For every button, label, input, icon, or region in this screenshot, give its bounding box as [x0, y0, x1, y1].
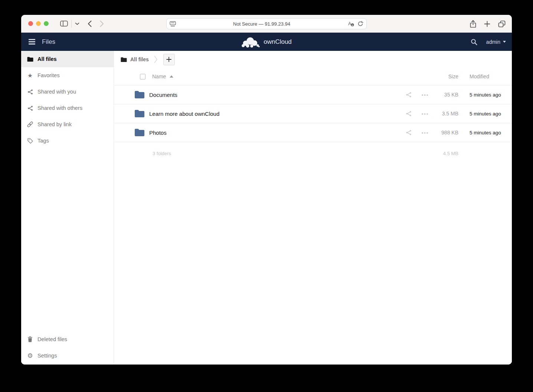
table-row[interactable]: Documents ••• 35 KB 5 minutes ago — [114, 85, 512, 104]
file-name[interactable]: Photos — [149, 130, 400, 136]
link-icon — [27, 121, 33, 127]
svg-text:A: A — [348, 21, 351, 26]
star-icon: ★ — [27, 72, 33, 79]
column-header-size[interactable]: Size — [434, 74, 458, 79]
browser-window: Not Secure — 91.99.23.94 Aa — [21, 15, 512, 365]
sidebar-item-label: Shared with you — [37, 89, 76, 95]
file-name[interactable]: Documents — [149, 92, 400, 98]
sidebar-toggle-icon[interactable] — [60, 20, 68, 27]
folder-icon — [134, 128, 149, 137]
sidebar-item-settings[interactable]: ⚙ Settings — [21, 347, 114, 364]
sidebar-item-tags[interactable]: Tags — [21, 133, 114, 149]
user-menu[interactable]: admin — [486, 39, 506, 45]
svg-text:a: a — [351, 24, 353, 26]
browser-toolbar: Not Secure — 91.99.23.94 Aa — [21, 15, 512, 33]
address-text: Not Secure — 91.99.23.94 — [176, 21, 347, 27]
sidebar-item-deleted-files[interactable]: Deleted files — [21, 331, 114, 347]
sidebar-item-label: Settings — [37, 353, 57, 359]
folder-icon — [27, 57, 33, 62]
user-name: admin — [486, 39, 500, 45]
gear-icon: ⚙ — [27, 352, 33, 359]
sidebar-item-shared-with-you[interactable]: Shared with you — [21, 84, 114, 100]
file-table-header: Name Size Modified — [114, 68, 512, 85]
close-window-button[interactable] — [28, 21, 33, 26]
minimize-window-button[interactable] — [36, 21, 41, 26]
sort-ascending-icon — [170, 75, 173, 78]
folder-icon — [134, 91, 149, 99]
share-page-icon[interactable] — [470, 20, 476, 28]
share-icon[interactable] — [400, 92, 417, 98]
page-format-icon[interactable] — [170, 21, 176, 27]
more-actions-icon[interactable]: ••• — [417, 130, 434, 135]
sidebar-item-label: All files — [37, 56, 57, 62]
app-menu-icon[interactable] — [29, 39, 35, 45]
new-tab-icon[interactable] — [484, 21, 490, 27]
reload-icon[interactable] — [357, 21, 363, 27]
app-title[interactable]: Files — [42, 38, 55, 46]
share-icon — [27, 105, 33, 111]
tab-overview-icon[interactable] — [498, 20, 506, 27]
file-size: 988 KB — [434, 130, 458, 135]
file-size: 3.5 MB — [434, 111, 458, 117]
breadcrumb-label: All files — [130, 56, 149, 62]
search-icon[interactable] — [471, 39, 477, 45]
table-row[interactable]: Photos ••• 988 KB 5 minutes ago — [114, 123, 512, 142]
tag-icon — [27, 138, 33, 144]
back-button[interactable] — [88, 20, 92, 27]
sidebar-item-all-files[interactable]: All files — [21, 51, 114, 67]
file-modified: 5 minutes ago — [470, 130, 503, 135]
column-header-modified[interactable]: Modified — [470, 74, 503, 79]
more-actions-icon[interactable]: ••• — [417, 111, 434, 117]
sidebar-item-favorites[interactable]: ★ Favorites — [21, 67, 114, 84]
sidebar-item-label: Shared by link — [37, 121, 72, 127]
total-size: 4.5 MB — [443, 151, 458, 156]
file-name[interactable]: Learn more about ownCloud — [149, 111, 400, 117]
file-modified: 5 minutes ago — [470, 111, 503, 117]
sidebar-item-label: Favorites — [37, 72, 60, 78]
sidebar: All files ★ Favorites Shared with you — [21, 51, 114, 365]
sidebar-item-shared-by-link[interactable]: Shared by link — [21, 116, 114, 133]
folder-icon — [121, 57, 127, 62]
share-icon[interactable] — [400, 111, 417, 117]
file-list-panel: All files Name Size Modif — [114, 51, 512, 365]
new-file-button[interactable] — [163, 54, 175, 65]
owncloud-logo-icon — [241, 36, 261, 48]
trash-icon — [27, 336, 33, 342]
brand[interactable]: ownCloud — [241, 33, 292, 51]
breadcrumb-home[interactable]: All files — [121, 56, 149, 62]
breadcrumb: All files — [114, 51, 512, 68]
folder-icon — [134, 110, 149, 118]
folder-count: 3 folders — [153, 151, 171, 156]
chevron-right-icon — [154, 55, 157, 63]
sidebar-item-label: Deleted files — [37, 336, 67, 342]
share-icon[interactable] — [400, 130, 417, 135]
toolbar-divider — [71, 20, 72, 27]
address-bar[interactable]: Not Secure — 91.99.23.94 Aa — [166, 18, 367, 29]
select-all-checkbox[interactable] — [140, 74, 145, 79]
table-row[interactable]: Learn more about ownCloud ••• 3.5 MB 5 m… — [114, 104, 512, 123]
sidebar-chevron-down-icon[interactable] — [75, 22, 79, 25]
share-icon — [27, 89, 33, 95]
sidebar-item-label: Tags — [37, 138, 49, 144]
more-actions-icon[interactable]: ••• — [417, 92, 434, 98]
brand-name: ownCloud — [264, 38, 292, 46]
sidebar-item-label: Shared with others — [37, 105, 82, 111]
column-header-name[interactable]: Name — [152, 74, 173, 79]
file-size: 35 KB — [434, 92, 458, 98]
translate-icon[interactable]: Aa — [347, 21, 354, 27]
forward-button[interactable] — [100, 20, 104, 27]
file-table-summary: 3 folders 4.5 MB — [114, 142, 512, 164]
sidebar-item-shared-with-others[interactable]: Shared with others — [21, 100, 114, 116]
app-header: Files ownCloud — [21, 33, 512, 51]
window-controls — [28, 21, 49, 26]
file-modified: 5 minutes ago — [470, 92, 503, 98]
zoom-window-button[interactable] — [44, 21, 49, 26]
chevron-down-icon — [503, 41, 506, 43]
